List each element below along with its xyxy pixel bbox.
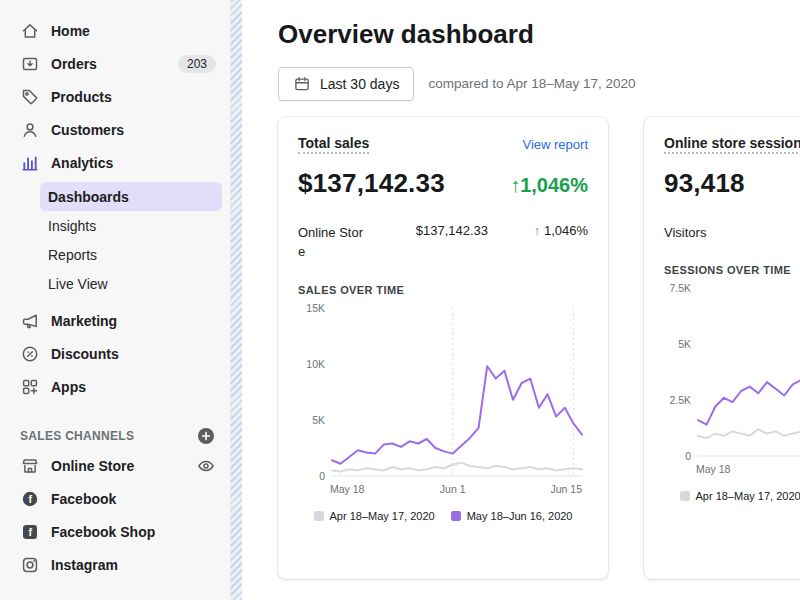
date-range-button[interactable]: Last 30 days (278, 67, 414, 101)
sidebar-item-facebook-shop[interactable]: f Facebook Shop (0, 515, 230, 548)
total-sales-value: $137,142.33 (298, 168, 445, 199)
sales-over-time-label: SALES OVER TIME (298, 284, 588, 296)
sidebar: Home Orders 203 Products Customers Analy… (0, 0, 230, 600)
sidebar-item-label: Analytics (51, 155, 113, 171)
products-icon (20, 87, 40, 107)
app: { "colors": { "current_period_purple": "… (0, 0, 800, 600)
sidebar-item-label: Instagram (51, 557, 118, 573)
sessions-chart-legend: Apr 18–May 17, 2020 May 18–Jun 16, 2020 (664, 490, 800, 502)
sessions-breakdown-row: Visitors (664, 223, 800, 243)
subitem-label: Dashboards (48, 189, 129, 205)
svg-text:f: f (29, 526, 33, 538)
view-report-link[interactable]: View report (522, 137, 588, 152)
legend-item-current: May 18–Jun 16, 2020 (451, 510, 573, 522)
sidebar-item-label: Online Store (51, 458, 134, 474)
sidebar-item-online-store[interactable]: Online Store (0, 449, 230, 482)
sessions-value: 93,418 (664, 168, 745, 199)
sales-channels-label: SALES CHANNELS (20, 429, 134, 443)
sidebar-item-label: Apps (51, 379, 86, 395)
orders-icon (20, 54, 40, 74)
sales-channels-header: SALES CHANNELS (0, 423, 230, 449)
analytics-subnav: Dashboards Insights Reports Live View (0, 182, 230, 298)
home-icon (20, 21, 40, 41)
facebook-shop-icon: f (20, 522, 40, 542)
sessions-over-time-chart: 02.5K5K7.5KMay 18Jun 1Jun 15 (664, 280, 800, 480)
svg-text:15K: 15K (306, 301, 325, 313)
calendar-icon (293, 75, 311, 93)
sidebar-item-products[interactable]: Products (0, 80, 230, 113)
sales-over-time-chart: 05K10K15KMay 18Jun 1Jun 15 (298, 300, 588, 500)
marketing-icon (20, 311, 40, 331)
sidebar-item-orders[interactable]: Orders 203 (0, 47, 230, 80)
svg-text:0: 0 (319, 469, 325, 481)
breakdown-delta: ↑ 1,046% (534, 223, 588, 262)
legend-label-current: May 18–Jun 16, 2020 (467, 510, 573, 522)
sidebar-item-label: Marketing (51, 313, 117, 329)
total-sales-card: Total sales View report $137,142.33 ↑1,0… (278, 117, 608, 579)
breakdown-channel-label: Online Store (298, 223, 370, 262)
legend-item-previous: Apr 18–May 17, 2020 (314, 510, 435, 522)
sidebar-item-label: Orders (51, 56, 97, 72)
subitem-label: Insights (48, 218, 96, 234)
subitem-label: Live View (48, 276, 108, 292)
sidebar-item-analytics[interactable]: Analytics (0, 146, 230, 179)
legend-item-previous: Apr 18–May 17, 2020 (680, 490, 800, 502)
sidebar-item-customers[interactable]: Customers (0, 113, 230, 146)
instagram-icon (20, 555, 40, 575)
sidebar-item-label: Customers (51, 122, 124, 138)
svg-text:7.5K: 7.5K (669, 282, 691, 294)
sidebar-item-facebook[interactable]: f Facebook (0, 482, 230, 515)
up-arrow-icon: ↑ (534, 223, 541, 238)
legend-label-previous: Apr 18–May 17, 2020 (696, 490, 800, 502)
online-store-sessions-card: Online store sessions 93,418 Visitors SE… (644, 117, 800, 579)
page-title: Overview dashboard (278, 18, 800, 51)
svg-text:0: 0 (685, 450, 691, 462)
sidebar-item-label: Facebook (51, 491, 116, 507)
svg-text:May 18: May 18 (696, 463, 731, 475)
metric-cards-row: Total sales View report $137,142.33 ↑1,0… (278, 117, 800, 579)
eye-icon[interactable] (196, 456, 216, 476)
total-sales-delta: ↑1,046% (510, 174, 588, 197)
sidebar-item-discounts[interactable]: Discounts (0, 337, 230, 370)
vertical-scrollbar[interactable] (230, 0, 242, 600)
svg-text:10K: 10K (306, 357, 325, 369)
svg-text:Jun 1: Jun 1 (440, 483, 466, 495)
sidebar-subitem-reports[interactable]: Reports (40, 240, 222, 269)
apps-icon (20, 377, 40, 397)
sidebar-item-apps[interactable]: Apps (0, 370, 230, 403)
sidebar-item-label: Facebook Shop (51, 524, 155, 540)
sales-chart-legend: Apr 18–May 17, 2020 May 18–Jun 16, 2020 (298, 510, 588, 522)
legend-swatch-previous (314, 511, 324, 521)
subitem-label: Reports (48, 247, 97, 263)
legend-label-previous: Apr 18–May 17, 2020 (330, 510, 435, 522)
svg-text:2.5K: 2.5K (669, 394, 691, 406)
sidebar-item-home[interactable]: Home (0, 14, 230, 47)
add-sales-channel-button[interactable] (196, 426, 216, 446)
sidebar-item-instagram[interactable]: Instagram (0, 548, 230, 581)
legend-swatch-current (451, 511, 461, 521)
sidebar-item-label: Home (51, 23, 90, 39)
comparison-text: compared to Apr 18–May 17, 2020 (428, 76, 635, 91)
svg-text:May 18: May 18 (330, 483, 365, 495)
sidebar-subitem-live-view[interactable]: Live View (40, 269, 222, 298)
sales-breakdown-row: Online Store $137,142.33 ↑ 1,046% (298, 223, 588, 262)
svg-text:5K: 5K (678, 338, 691, 350)
discounts-icon (20, 344, 40, 364)
customers-icon (20, 120, 40, 140)
breakdown-value: $137,142.33 (370, 223, 534, 262)
sidebar-item-label: Discounts (51, 346, 119, 362)
orders-count-badge: 203 (178, 55, 216, 73)
sidebar-item-label: Products (51, 89, 112, 105)
svg-text:5K: 5K (312, 413, 325, 425)
store-icon (20, 456, 40, 476)
total-sales-title[interactable]: Total sales (298, 135, 369, 154)
sessions-title[interactable]: Online store sessions (664, 135, 800, 154)
svg-text:f: f (29, 493, 33, 505)
legend-swatch-previous (680, 491, 690, 501)
sidebar-subitem-dashboards[interactable]: Dashboards (40, 182, 222, 211)
sidebar-item-marketing[interactable]: Marketing (0, 304, 230, 337)
main-content: Overview dashboard Last 30 days compared… (242, 0, 800, 600)
sidebar-subitem-insights[interactable]: Insights (40, 211, 222, 240)
dashboard-controls: Last 30 days compared to Apr 18–May 17, … (278, 67, 800, 101)
facebook-icon: f (20, 489, 40, 509)
